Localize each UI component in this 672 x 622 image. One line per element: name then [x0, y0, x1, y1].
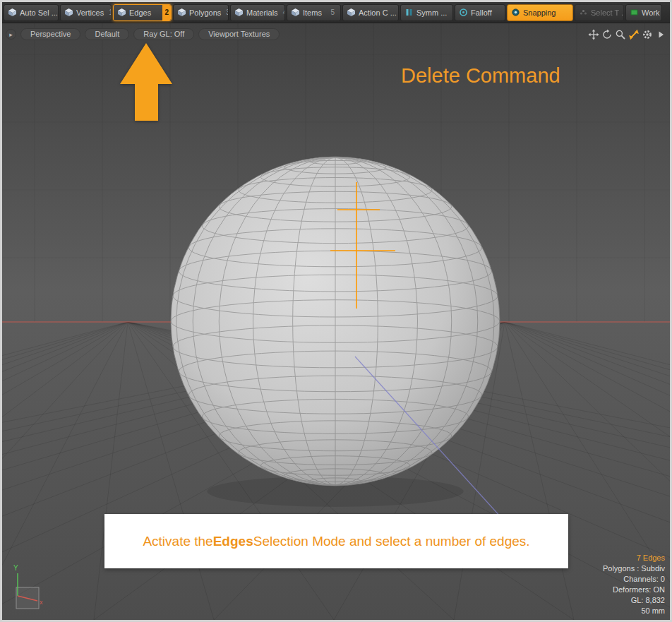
tab-shortcut-number: 2: [162, 5, 171, 20]
selection-mode-tabbar: Auto Sel ... Vertices 1 Edges 2 Polygons…: [2, 2, 670, 23]
viewport-status-readout: 7 Edges Polygons : Subdiv Channels: 0 De…: [603, 553, 665, 616]
banner-text-suffix: Selection Mode and select a number of ed…: [253, 534, 530, 549]
viewport-toolbar: ▸ Perspective Default Ray GL: Off Viewpo…: [6, 28, 666, 40]
banner-text-bold: Edges: [213, 534, 253, 549]
up-arrow-annotation: [115, 42, 179, 125]
workplane-icon: [630, 8, 639, 17]
status-gl-count: GL: 8,832: [603, 595, 665, 606]
tab-label: Vertices: [76, 8, 104, 17]
tab-action-center[interactable]: Action C ...: [342, 4, 399, 21]
y-axis-label: Y: [13, 564, 18, 572]
tab-label: Edges: [129, 8, 151, 17]
panel-chevron-icon[interactable]: [655, 29, 666, 40]
delete-command-title: Delete Command: [401, 64, 560, 88]
cube-icon: [117, 8, 126, 17]
cube-icon: [177, 8, 186, 17]
tab-vertices[interactable]: Vertices 1: [60, 4, 112, 21]
pan-icon[interactable]: [588, 29, 599, 40]
status-channels: Channels: 0: [603, 574, 665, 585]
tab-select-through[interactable]: Select T ...: [575, 4, 624, 21]
symmetry-icon: [404, 8, 414, 17]
tab-label: Polygons: [189, 8, 221, 17]
tab-work-plane[interactable]: Work: [625, 4, 662, 21]
tab-label: Symm ...: [416, 8, 447, 17]
status-polygon-type: Polygons : Subdiv: [603, 563, 665, 574]
tab-label: Materials: [246, 8, 278, 17]
tab-items[interactable]: Items 5: [287, 4, 341, 21]
tab-shortcut-number: 3: [224, 8, 229, 16]
tab-label: Snapping: [523, 8, 556, 17]
tab-label: Auto Sel ...: [20, 8, 58, 17]
axis-gizmo: Y x: [9, 561, 54, 611]
tab-label: Work: [642, 8, 659, 17]
cube-icon: [8, 8, 17, 17]
status-selected-count: 7 Edges: [603, 553, 665, 563]
tab-label: Action C ...: [359, 8, 397, 17]
perspective-button[interactable]: Perspective: [20, 28, 80, 40]
tab-label: Items: [303, 8, 322, 17]
banner-text-prefix: Activate the: [143, 534, 212, 549]
viewport-menu-arrow-icon[interactable]: ▸: [6, 29, 16, 40]
cube-icon: [64, 8, 73, 17]
tab-shortcut-number: 1: [107, 8, 112, 16]
tab-snapping[interactable]: Snapping: [507, 4, 573, 21]
status-deformers: Deformers: ON: [603, 585, 665, 595]
settings-gear-icon[interactable]: [642, 29, 653, 40]
tab-auto-select[interactable]: Auto Sel ...: [4, 4, 59, 21]
x-axis-label: x: [40, 599, 43, 606]
status-focal-length: 50 mm: [603, 606, 665, 616]
tab-label: Falloff: [471, 8, 492, 17]
tab-falloff[interactable]: Falloff: [455, 4, 505, 21]
maximize-icon[interactable]: [628, 29, 640, 40]
modo-application-window: Auto Sel ... Vertices 1 Edges 2 Polygons…: [0, 0, 672, 622]
tab-label: Select T ...: [591, 8, 624, 17]
viewport-nav-tools: [588, 29, 666, 40]
tab-symmetry[interactable]: Symm ...: [400, 4, 453, 21]
cube-icon: [291, 8, 300, 17]
cube-icon: [234, 8, 244, 17]
cube-icon: [347, 8, 356, 17]
tab-edges[interactable]: Edges 2: [113, 4, 172, 21]
tab-polygons[interactable]: Polygons 3: [173, 4, 229, 21]
instruction-banner: Activate the Edges Selection Mode and se…: [104, 514, 568, 568]
zoom-icon[interactable]: [615, 29, 626, 40]
select-through-icon: [579, 8, 588, 17]
tab-shortcut-number: 4: [281, 8, 285, 16]
snapping-icon: [511, 8, 520, 17]
viewport-3d[interactable]: ▸ Perspective Default Ray GL: Off Viewpo…: [2, 23, 670, 620]
shading-default-button[interactable]: Default: [85, 28, 129, 40]
ray-gl-button[interactable]: Ray GL: Off: [133, 28, 194, 40]
falloff-icon: [459, 8, 468, 17]
orbit-icon[interactable]: [601, 29, 613, 40]
viewport-textures-button[interactable]: Viewport Textures: [198, 28, 280, 40]
tab-shortcut-number: 5: [328, 8, 337, 16]
tab-materials[interactable]: Materials 4: [230, 4, 285, 21]
